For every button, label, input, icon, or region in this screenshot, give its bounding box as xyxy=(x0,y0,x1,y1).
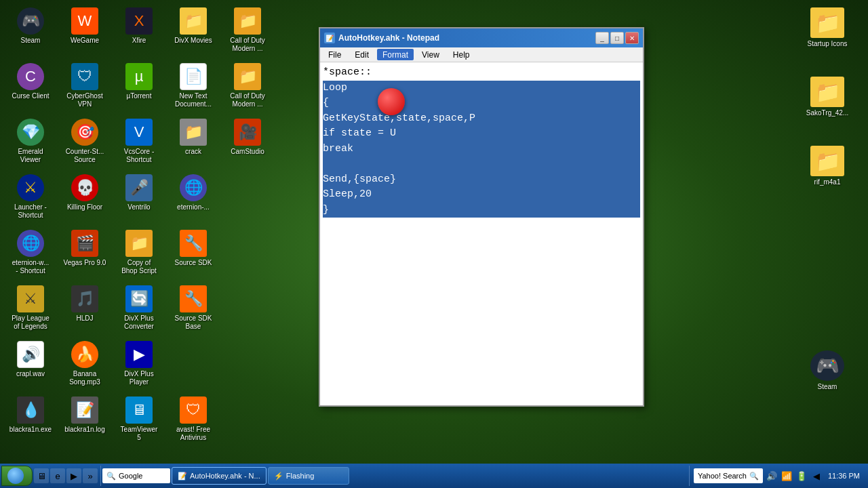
hldj-icon: 🎵 xyxy=(71,285,98,312)
icon-divx-converter[interactable]: 🔄 DivX PlusConverter xyxy=(112,281,166,337)
icon-cod1[interactable]: 📁 Call of DutyModern ... xyxy=(220,3,275,59)
icon-league[interactable]: ⚔ Play Leagueof Legends xyxy=(3,281,58,337)
icon-emerald-label: EmeraldViewer xyxy=(18,148,43,164)
icon-cod2[interactable]: 📁 Call of DutyModern ... xyxy=(220,59,275,115)
crack-icon: 📁 xyxy=(180,119,207,146)
icon-utorrent-label: µTorrent xyxy=(127,92,152,100)
right-desktop-icons: 📁 Startup Icons 📁 SakoTrg_42... 📁 rif_m4… xyxy=(787,0,868,419)
menu-file[interactable]: File xyxy=(323,49,347,60)
startup-icons-label: Startup Icons xyxy=(808,40,848,48)
icon-killing-floor[interactable]: 💀 Killing Floor xyxy=(58,170,112,226)
icon-sakotrg[interactable]: 📁 SakoTrg_42... xyxy=(790,73,865,121)
icon-source-sdk[interactable]: 🔧 Source SDK xyxy=(166,226,220,281)
icon-wav-label: crapl.wav xyxy=(16,370,45,378)
icon-hldj-label: HLDJ xyxy=(76,314,93,323)
xfire-icon: X xyxy=(125,7,153,35)
tray-icon-2[interactable]: 📶 xyxy=(781,470,793,482)
icon-blackrain-log-label: blackra1n.log xyxy=(64,426,104,434)
icon-crack[interactable]: 📁 crack xyxy=(166,115,220,170)
icon-counter-strike[interactable]: 🎯 Counter-St...Source xyxy=(58,115,112,170)
icon-steam-label: Steam xyxy=(21,37,41,45)
divxplayer-icon: ▶ xyxy=(125,341,153,368)
code-line-10: } xyxy=(323,203,640,218)
system-clock[interactable]: 11:36 PM xyxy=(825,472,863,480)
icon-vcscore[interactable]: V VcsCore -Shortcut xyxy=(112,115,166,170)
minimize-button[interactable]: _ xyxy=(595,32,609,44)
icon-new-text[interactable]: 📄 New TextDocument... xyxy=(166,59,220,115)
icon-startup-icons[interactable]: 📁 Startup Icons xyxy=(790,3,865,52)
icon-eternion-shortcut-label: eternion-w...- Shortcut xyxy=(12,259,49,275)
icon-ventrilo[interactable]: 🎤 Ventrilo xyxy=(112,170,166,226)
icon-divx-movies[interactable]: 📁 DivX Movies xyxy=(166,3,220,59)
window-content[interactable]: *space:: Loop { GetKeyState,state,space,… xyxy=(320,62,643,405)
menu-format[interactable]: Format xyxy=(377,49,414,60)
icon-launcher[interactable]: ⚔ Launcher -Shortcut xyxy=(3,170,58,226)
icon-blackrain-exe[interactable]: 💧 blackra1n.exe xyxy=(3,392,58,448)
icon-vcs-label: VcsCore -Shortcut xyxy=(124,148,154,164)
icon-teamviewer[interactable]: 🖥 TeamViewer5 xyxy=(112,392,166,448)
icon-steam[interactable]: 🎮 Steam xyxy=(3,3,58,59)
teamviewer-icon: 🖥 xyxy=(125,396,153,424)
taskbar-notepad[interactable]: 📝 AutoHotkey.ahk - N... xyxy=(172,467,267,485)
tray-icon-3[interactable]: 🔋 xyxy=(795,470,808,482)
desktop-icons-area: 🎮 Steam W WeGame X Xfire 📁 DivX Movies 📁… xyxy=(0,0,285,461)
icon-blackrain-log[interactable]: 📝 blackra1n.log xyxy=(58,392,112,448)
icon-camstudio[interactable]: 🎥 CamStudio xyxy=(220,115,275,170)
titlebar-left: 📝 AutoHotkey.ahk - Notepad xyxy=(324,33,439,43)
code-line-6: break xyxy=(323,142,640,157)
eternion-icon: 🌐 xyxy=(180,174,207,201)
icon-hldj[interactable]: 🎵 HLDJ xyxy=(58,281,112,337)
titlebar-controls: _ □ ✕ xyxy=(595,32,639,44)
desktop: 🎮 Steam W WeGame X Xfire 📁 DivX Movies 📁… xyxy=(0,0,868,488)
icon-divx-player[interactable]: ▶ DivX PlusPlayer xyxy=(112,337,166,392)
icon-wegame[interactable]: W WeGame xyxy=(58,3,112,59)
ql-arrow[interactable]: » xyxy=(83,468,98,483)
icon-crapwav[interactable]: 🔊 crapl.wav xyxy=(3,337,58,392)
close-button[interactable]: ✕ xyxy=(625,32,639,44)
tray-arrow[interactable]: ◀ xyxy=(810,470,823,482)
window-titlebar[interactable]: 📝 AutoHotkey.ahk - Notepad _ □ ✕ xyxy=(320,28,643,47)
notepad-task-label: AutoHotkey.ahk - N... xyxy=(190,472,260,480)
tray-icon-1[interactable]: 🔊 xyxy=(766,470,778,482)
icon-rif-m4a1[interactable]: 📁 rif_m4a1 xyxy=(790,142,865,190)
cyberghost-icon: 🛡 xyxy=(71,63,98,90)
icon-divxconv-label: DivX PlusConverter xyxy=(124,314,154,331)
yahoo-search-bar[interactable]: Yahoo! Search 🔍 xyxy=(694,468,763,483)
code-line-3: { xyxy=(323,96,640,111)
divx-movies-icon: 📁 xyxy=(180,7,207,35)
vcs-icon: V xyxy=(125,119,153,146)
taskbar-flashing[interactable]: ⚡ Flashing xyxy=(268,467,349,485)
ql-ie[interactable]: e xyxy=(50,468,65,483)
icon-eternion-shortcut[interactable]: 🌐 eternion-w...- Shortcut xyxy=(3,226,58,281)
menu-help[interactable]: Help xyxy=(448,49,475,60)
league-icon: ⚔ xyxy=(17,285,44,312)
ql-show-desktop[interactable]: 🖥 xyxy=(34,468,49,483)
taskbar-search-bar[interactable]: 🔍 Google xyxy=(102,468,170,483)
icon-xfire[interactable]: X Xfire xyxy=(112,3,166,59)
icon-vegas[interactable]: 🎬 Vegas Pro 9.0 xyxy=(58,226,112,281)
vegas-icon: 🎬 xyxy=(71,230,98,257)
icon-utorrent[interactable]: µ µTorrent xyxy=(112,59,166,115)
window-title: AutoHotkey.ahk - Notepad xyxy=(338,33,439,43)
start-button[interactable] xyxy=(1,466,33,486)
maximize-button[interactable]: □ xyxy=(610,32,624,44)
icon-banana-mp3[interactable]: 🍌 BananaSong.mp3 xyxy=(58,337,112,392)
rif-label: rif_m4a1 xyxy=(814,178,841,186)
icon-avast[interactable]: 🛡 avast! FreeAntivirus xyxy=(166,392,220,448)
icon-sdk-base[interactable]: 🔧 Source SDKBase xyxy=(166,281,220,337)
menu-edit[interactable]: Edit xyxy=(349,49,374,60)
code-line-1: *space:: xyxy=(323,65,640,81)
search-icon: 🔍 xyxy=(106,472,116,481)
icon-bhop[interactable]: 📁 Copy ofBhop Script xyxy=(112,226,166,281)
icon-curse[interactable]: C Curse Client xyxy=(3,59,58,115)
icon-xfire-label: Xfire xyxy=(132,37,146,45)
notepad-window: 📝 AutoHotkey.ahk - Notepad _ □ ✕ File Ed… xyxy=(319,27,644,407)
icon-steam-right[interactable]: 🎮 Steam xyxy=(790,346,865,395)
icon-eternion[interactable]: 🌐 eternion-... xyxy=(166,170,220,226)
wegame-icon: W xyxy=(71,7,98,35)
ql-media[interactable]: ▶ xyxy=(66,468,81,483)
icon-emerald[interactable]: 💎 EmeraldViewer xyxy=(3,115,58,170)
icon-cyberghost[interactable]: 🛡 CyberGhostVPN xyxy=(58,59,112,115)
steam-icon: 🎮 xyxy=(17,7,44,35)
menu-view[interactable]: View xyxy=(416,49,445,60)
